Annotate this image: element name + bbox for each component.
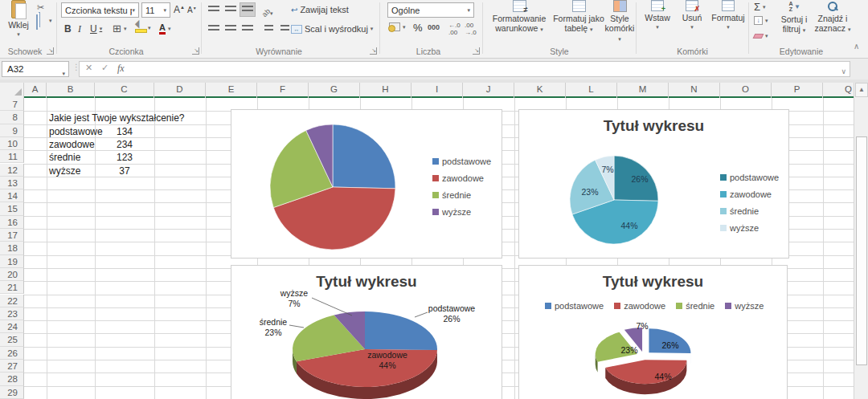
percent-style-button[interactable]: % xyxy=(413,22,423,34)
scroll-up-button[interactable]: ▲ xyxy=(855,83,868,97)
decrease-decimal-button[interactable]: .00→.0 xyxy=(465,22,477,36)
wrap-text-button[interactable]: ↩Zawijaj tekst xyxy=(291,5,349,14)
format-as-table-button[interactable]: Formatuj jako tabelę ▾ xyxy=(553,0,604,35)
chart-pie-3d[interactable]: Tytuł wykresu wyższe7% średnie23% podsta… xyxy=(231,265,502,399)
copy-button[interactable]: ▾ xyxy=(36,15,38,30)
cell-C11[interactable]: 123 xyxy=(95,151,154,164)
row-header-12[interactable]: 12 xyxy=(0,164,24,177)
column-header-J[interactable]: J xyxy=(463,83,514,98)
legend-item-zawodowe[interactable]: zawodowe xyxy=(432,169,491,186)
column-header-M[interactable]: M xyxy=(617,83,669,98)
cancel-icon[interactable]: ✕ xyxy=(85,63,92,73)
cell-B10[interactable]: zawodowe xyxy=(49,138,95,151)
row-header-14[interactable]: 14 xyxy=(0,189,24,202)
legend-item-zawodowe[interactable]: zawodowe xyxy=(720,185,779,202)
insert-cells-button[interactable]: + Wstaw ▾ xyxy=(641,0,674,32)
row-header-24[interactable]: 24 xyxy=(0,320,24,333)
select-all-corner[interactable] xyxy=(0,83,24,98)
row-header-18[interactable]: 18 xyxy=(0,242,24,254)
number-dialog-launcher[interactable]: ↘ xyxy=(473,47,480,55)
column-header-L[interactable]: L xyxy=(566,83,617,98)
chart-pie-3d-exploded[interactable]: Tytuł wykresu podstawowezawodoweśredniew… xyxy=(518,265,788,399)
insert-function-icon[interactable]: fx xyxy=(117,63,125,75)
column-header-B[interactable]: B xyxy=(47,83,95,98)
row-header-29[interactable]: 29 xyxy=(0,386,24,399)
row-header-10[interactable]: 10 xyxy=(0,137,24,150)
row-header-22[interactable]: 22 xyxy=(0,295,24,307)
cell-styles-button[interactable]: Style komórki ▾ xyxy=(603,0,637,44)
legend-item-wyższe[interactable]: wyższe xyxy=(432,203,491,220)
row-header-8[interactable]: 8 xyxy=(0,111,24,124)
decrease-indent-button[interactable] xyxy=(260,22,276,36)
underline-button[interactable]: U▾ xyxy=(90,23,102,35)
delete-cells-button[interactable]: ✗ Usuń ▾ xyxy=(677,0,707,32)
legend-item-wyższe[interactable]: wyższe xyxy=(720,219,779,236)
column-header-C[interactable]: C xyxy=(95,83,154,98)
formula-input[interactable]: ∨ xyxy=(79,61,850,77)
decrease-font-icon[interactable]: A▼ xyxy=(187,6,197,14)
align-middle-button[interactable] xyxy=(223,2,239,17)
italic-button[interactable]: I xyxy=(78,23,81,35)
row-header-16[interactable]: 16 xyxy=(0,216,24,229)
column-header-I[interactable]: I xyxy=(411,83,463,98)
orientation-button[interactable]: ab▾ xyxy=(262,4,273,18)
comma-style-button[interactable]: 000 xyxy=(428,23,440,31)
clipboard-dialog-launcher[interactable]: ↘ xyxy=(47,47,54,55)
cell-C10[interactable]: 234 xyxy=(95,138,154,151)
chart-pie-monochrome[interactable]: Tytuł wykresu 26% 44% 23% 7% podstawowez… xyxy=(518,109,789,259)
conditional-formatting-button[interactable]: ≠ Formatowanie warunkowe ▾ xyxy=(485,0,553,35)
find-select-button[interactable]: Znajdź i zaznacz ▾ xyxy=(814,1,851,35)
font-dialog-launcher[interactable]: ↘ xyxy=(192,47,199,55)
column-header-D[interactable]: D xyxy=(154,83,206,98)
column-header-N[interactable]: N xyxy=(669,83,720,98)
legend-item-podstawowe[interactable]: podstawowe xyxy=(720,169,779,185)
cell-C9[interactable]: 134 xyxy=(95,125,154,138)
vertical-scrollbar[interactable]: ▲ xyxy=(854,83,868,399)
collapse-ribbon-button[interactable]: ∧ xyxy=(854,42,859,51)
paste-dropdown-arrow[interactable]: ▾ xyxy=(3,30,34,39)
column-header-F[interactable]: F xyxy=(257,83,309,98)
format-cells-button[interactable]: Formatuj ▾ xyxy=(709,0,747,32)
row-header-21[interactable]: 21 xyxy=(0,281,24,294)
row-header-27[interactable]: 27 xyxy=(0,360,24,373)
cell-B8[interactable]: Jakie jest Twoje wykształcenie? xyxy=(49,112,185,124)
row-header-25[interactable]: 25 xyxy=(0,333,24,346)
row-header-20[interactable]: 20 xyxy=(0,268,24,281)
alignment-dialog-launcher[interactable]: ↘ xyxy=(370,47,377,55)
increase-font-icon[interactable]: A▲ xyxy=(174,4,185,15)
align-center-button[interactable] xyxy=(223,22,239,36)
column-header-A[interactable]: A xyxy=(24,83,47,98)
legend-item-średnie[interactable]: średnie xyxy=(432,186,491,203)
accounting-format-button[interactable]: ▾ xyxy=(389,22,406,31)
column-header-K[interactable]: K xyxy=(514,83,566,98)
borders-button[interactable]: ⊞▾ xyxy=(113,23,126,34)
column-header-E[interactable]: E xyxy=(206,83,257,98)
row-header-9[interactable]: 9 xyxy=(0,124,24,137)
align-bottom-button[interactable] xyxy=(240,2,256,17)
row-header-15[interactable]: 15 xyxy=(0,202,24,215)
chart-pie-flat[interactable]: podstawowezawodoweśredniewyższe xyxy=(231,109,502,259)
increase-decimal-button[interactable]: ←.0.00 xyxy=(448,22,461,36)
merge-center-button[interactable]: ↔Scal i wyśrodkuj▾ xyxy=(291,24,373,34)
fill-button[interactable]: ↓▾ xyxy=(754,16,768,25)
column-header-Q[interactable]: Q xyxy=(823,83,854,98)
row-header-28[interactable]: 28 xyxy=(0,373,24,385)
cell-B12[interactable]: wyższe xyxy=(49,165,80,177)
fill-color-button[interactable]: ▾ xyxy=(135,22,151,33)
row-header-17[interactable]: 17 xyxy=(0,229,24,242)
enter-icon[interactable]: ✓ xyxy=(101,63,108,73)
align-left-button[interactable] xyxy=(206,22,222,36)
increase-indent-button[interactable] xyxy=(276,22,293,36)
column-header-P[interactable]: P xyxy=(772,83,823,98)
legend-item-podstawowe[interactable]: podstawowe xyxy=(432,153,491,169)
align-right-button[interactable] xyxy=(240,22,256,36)
cell-C12[interactable]: 37 xyxy=(95,165,154,177)
column-header-O[interactable]: O xyxy=(720,83,772,98)
row-header-23[interactable]: 23 xyxy=(0,307,24,320)
column-header-H[interactable]: H xyxy=(360,83,411,98)
row-header-7[interactable]: 7 xyxy=(0,98,24,111)
paste-button[interactable]: Wklej ▾ xyxy=(3,0,34,39)
align-top-button[interactable] xyxy=(206,2,222,17)
pie-slice-podstawowe[interactable] xyxy=(333,124,395,189)
row-header-11[interactable]: 11 xyxy=(0,150,24,163)
